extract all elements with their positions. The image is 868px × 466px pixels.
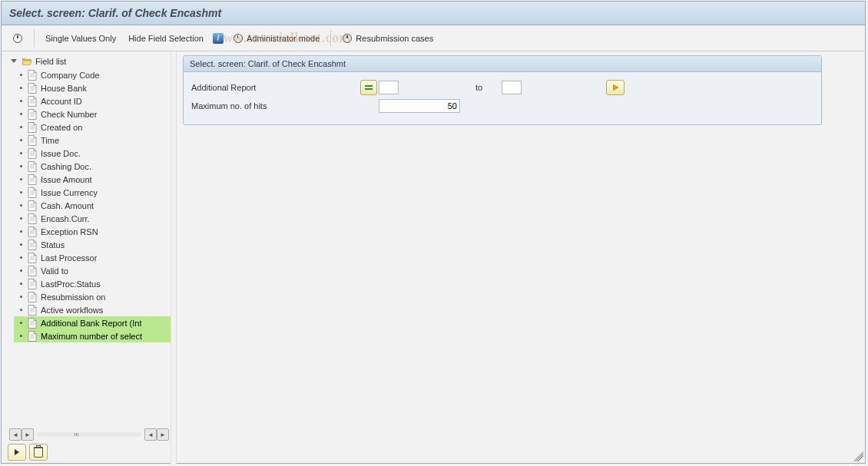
administrator-mode-button[interactable]: Administrator mode <box>228 29 324 48</box>
tree-item[interactable]: Cash. Amount <box>14 199 171 212</box>
bullet-icon <box>20 74 22 76</box>
tree-item-label: Cashing Doc. <box>41 162 91 171</box>
single-values-label: Single Values Only <box>45 34 116 43</box>
collapse-icon <box>11 59 17 63</box>
tree-item[interactable]: Valid to <box>14 264 171 277</box>
additional-report-to-input[interactable] <box>502 81 522 94</box>
bullet-icon <box>20 126 22 128</box>
delete-button[interactable] <box>29 444 48 461</box>
tree-item[interactable]: Exception RSN <box>14 225 171 238</box>
additional-report-label: Additional Report <box>191 83 360 92</box>
resize-handle[interactable] <box>853 451 863 461</box>
sidebar-action-bar <box>8 444 171 461</box>
tree-item-label: Last Processor <box>41 253 97 263</box>
document-icon <box>28 213 37 224</box>
field-tree: Field list Company CodeHouse BankAccount… <box>8 55 171 424</box>
administrator-mode-label: Administrator mode <box>247 34 320 43</box>
tree-item[interactable]: Status <box>14 238 171 251</box>
tree-item[interactable]: Encash.Curr. <box>14 212 171 225</box>
tree-item[interactable]: Check Number <box>14 107 171 121</box>
page-title: Select. screen: Clarif. of Check Encashm… <box>9 7 221 19</box>
bullet-icon <box>20 269 22 272</box>
tree-item-label: Company Code <box>41 71 99 80</box>
tree-item[interactable]: Issue Amount <box>14 173 171 186</box>
tree-item[interactable]: Account ID <box>14 94 171 107</box>
bullet-icon <box>20 178 22 180</box>
info-button[interactable]: i <box>211 29 225 48</box>
bullet-icon <box>20 309 22 311</box>
tree-item-label: Issue Doc. <box>41 149 81 158</box>
panel-title: Select. screen: Clarif. of Check Encashm… <box>190 59 346 68</box>
tree-item-label: Status <box>41 240 65 250</box>
panel-header: Select. screen: Clarif. of Check Encashm… <box>184 56 821 72</box>
execute-button[interactable] <box>8 29 28 48</box>
scroll-track[interactable] <box>37 432 141 437</box>
scroll-left-end-button[interactable]: ◄ <box>144 428 157 441</box>
row-additional-report: Additional Report to <box>191 78 813 97</box>
tree-item[interactable]: Issue Doc. <box>14 147 171 160</box>
document-icon <box>28 266 37 276</box>
tree-item[interactable]: Last Processor <box>14 251 171 264</box>
field-list-sidebar: Field list Company CodeHouse BankAccount… <box>2 51 171 464</box>
scroll-left-button[interactable]: ◄ <box>9 428 22 441</box>
sidebar-horizontal-scroll: ◄ ► ◄ ► <box>8 428 171 441</box>
tree-item[interactable]: Created on <box>14 121 171 134</box>
document-icon <box>28 305 37 316</box>
execute-icon <box>12 33 23 44</box>
title-bar: Select. screen: Clarif. of Check Encashm… <box>2 2 865 25</box>
document-icon <box>28 96 37 107</box>
hide-field-selection-button[interactable]: Hide Field Selection <box>124 29 208 48</box>
bullet-icon <box>20 191 22 193</box>
tree-item-label: House Bank <box>41 84 87 93</box>
tree-item[interactable]: Issue Currency <box>14 186 171 199</box>
document-icon <box>28 187 37 198</box>
additional-report-from-input[interactable] <box>379 81 399 94</box>
tree-item[interactable]: Resubmission on <box>14 290 171 303</box>
tree-item-label: Account ID <box>41 97 82 106</box>
resubmission-cases-label: Resubmission cases <box>356 34 433 43</box>
bullet-icon <box>20 230 22 233</box>
bullet-icon <box>20 243 22 246</box>
tree-item[interactable]: LastProc.Status <box>14 277 171 290</box>
splitter-handle[interactable] <box>171 51 177 464</box>
tree-item[interactable]: Cashing Doc. <box>14 160 171 173</box>
scroll-right-button[interactable]: ► <box>22 428 34 441</box>
max-hits-input[interactable] <box>379 99 460 113</box>
tree-item-label: Resubmission on <box>41 292 105 302</box>
document-icon <box>28 174 37 185</box>
multiple-selection-button[interactable] <box>606 80 624 95</box>
apply-button[interactable] <box>8 444 26 461</box>
tree-item[interactable]: House Bank <box>14 81 171 94</box>
single-values-button[interactable]: Single Values Only <box>41 29 121 48</box>
tree-item[interactable]: Additional Bank Report (Int <box>14 316 171 329</box>
document-icon <box>28 279 37 289</box>
document-icon <box>28 135 37 146</box>
content-area: Select. screen: Clarif. of Check Encashm… <box>177 51 865 464</box>
tree-items: Company CodeHouse BankAccount IDCheck Nu… <box>14 68 171 342</box>
document-icon <box>28 240 37 250</box>
scroll-right-end-button[interactable]: ► <box>157 428 169 441</box>
tree-item-label: Created on <box>41 123 82 132</box>
equals-icon <box>365 85 373 90</box>
document-icon <box>28 226 37 237</box>
document-icon <box>28 253 37 263</box>
document-icon <box>28 331 37 342</box>
trash-icon <box>34 447 43 458</box>
tree-item-label: Encash.Curr. <box>41 214 90 223</box>
select-option-button[interactable] <box>360 80 377 95</box>
tree-item[interactable]: Maximum number of select <box>14 329 171 342</box>
tree-item[interactable]: Active workflows <box>14 303 171 316</box>
resubmission-cases-button[interactable]: Resubmission cases <box>337 29 438 48</box>
document-icon <box>28 122 37 133</box>
bullet-icon <box>20 87 22 89</box>
tree-item[interactable]: Company Code <box>14 68 171 81</box>
bullet-icon <box>20 152 22 154</box>
tree-item-label: Valid to <box>41 266 68 276</box>
bullet-icon <box>20 256 22 259</box>
bullet-icon <box>20 217 22 220</box>
tree-item[interactable]: Time <box>14 134 171 147</box>
bullet-icon <box>20 100 22 102</box>
toolbar-separator <box>34 30 35 47</box>
tree-root[interactable]: Field list <box>8 55 171 68</box>
tree-item-label: Time <box>41 136 59 145</box>
